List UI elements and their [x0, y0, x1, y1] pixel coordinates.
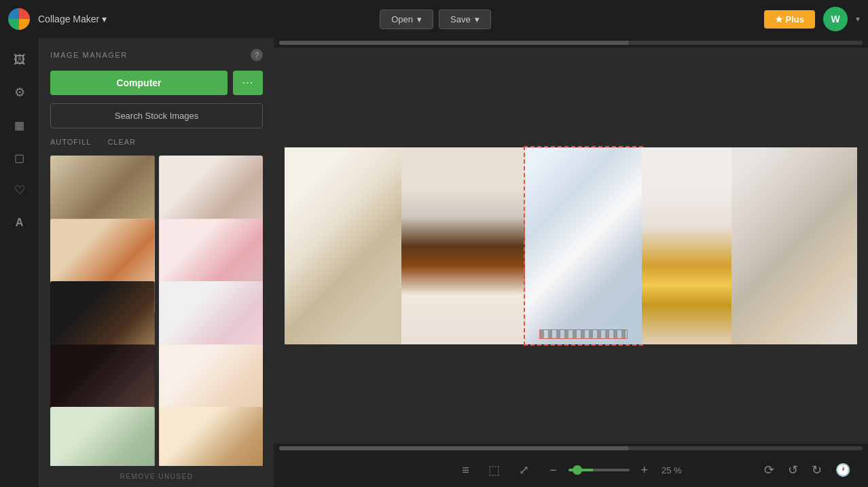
- undo-button[interactable]: ↺: [784, 458, 802, 482]
- app-title-label: Collage Maker: [38, 14, 99, 24]
- autofill-row: AUTOFILL CLEAR: [50, 138, 263, 146]
- more-dots-icon: ···: [242, 77, 253, 89]
- sidebar: IMAGE MANAGER ? Computer ··· Search Stoc…: [39, 38, 274, 487]
- help-icon-label: ?: [255, 51, 259, 59]
- layers-icon: ≡: [462, 463, 469, 477]
- history-button[interactable]: 🕐: [831, 458, 854, 482]
- scrollbar-track-top: [279, 41, 863, 45]
- zoom-label: 25 %: [659, 465, 684, 475]
- image-icon: 🖼: [14, 53, 26, 67]
- toolbar-right: ⟳ ↺ ↻ 🕐: [760, 458, 854, 482]
- heart-tool-button[interactable]: ♡: [6, 177, 33, 204]
- scrollbar-thumb-top[interactable]: [279, 41, 629, 45]
- save-button[interactable]: Save ▾: [439, 10, 491, 29]
- collage-cell-3[interactable]: [525, 147, 642, 344]
- open-chevron-icon: ▾: [417, 14, 422, 24]
- horizontal-scrollbar-top[interactable]: [274, 38, 868, 48]
- app-title-btn[interactable]: Collage Maker ▾: [38, 14, 107, 24]
- sidebar-header: IMAGE MANAGER ?: [50, 49, 263, 61]
- user-avatar-button[interactable]: W: [823, 7, 848, 31]
- open-label: Open: [391, 14, 413, 24]
- frame-icon: ⬚: [488, 463, 500, 477]
- redo-icon: ↻: [812, 463, 822, 477]
- adjustments-icon: ⚙: [14, 85, 25, 100]
- left-icon-bar: 🖼 ⚙ ▦ ▢ ♡ A: [0, 38, 39, 487]
- search-stock-label: Search Stock Images: [115, 111, 199, 121]
- open-button[interactable]: Open ▾: [380, 10, 433, 29]
- save-label: Save: [450, 14, 471, 24]
- star-icon: ★: [775, 14, 783, 24]
- app-title-chevron: ▾: [102, 14, 107, 24]
- undo-icon: ↺: [788, 463, 798, 477]
- sidebar-title: IMAGE MANAGER: [50, 51, 128, 59]
- history-icon: 🕐: [835, 463, 850, 477]
- more-sources-button[interactable]: ···: [233, 71, 263, 95]
- frame-button[interactable]: ⬚: [484, 458, 504, 482]
- collage-cell-5[interactable]: [731, 147, 857, 344]
- computer-btn-label: Computer: [116, 77, 161, 88]
- fullscreen-button[interactable]: ⤢: [515, 458, 533, 482]
- collage-cell-1[interactable]: [285, 147, 401, 344]
- canvas-wrapper: [274, 48, 868, 444]
- autofill-link[interactable]: AUTOFILL: [50, 138, 91, 146]
- zoom-in-button[interactable]: +: [635, 461, 654, 480]
- fullscreen-icon: ⤢: [519, 463, 529, 477]
- heart-icon: ♡: [14, 183, 25, 198]
- zoom-slider[interactable]: [568, 469, 630, 471]
- scrollbar-thumb-bottom[interactable]: [279, 446, 629, 450]
- search-stock-button[interactable]: Search Stock Images: [50, 103, 263, 128]
- layout-icon: ▦: [14, 119, 24, 132]
- thumbnail-9[interactable]: [50, 407, 155, 466]
- plus-button[interactable]: ★ Plus: [764, 10, 815, 29]
- clear-link[interactable]: CLEAR: [107, 138, 136, 146]
- zoom-control: − + 25 %: [544, 461, 684, 480]
- collage-cell-4[interactable]: [642, 147, 731, 344]
- bottom-toolbar: ≡ ⬚ ⤢ − + 25 % ⟳: [274, 453, 868, 487]
- avatar-label: W: [831, 14, 839, 24]
- collage-cell-2[interactable]: [401, 147, 525, 344]
- header: Collage Maker ▾ Open ▾ Save ▾ ★ Plus W ▾: [0, 0, 868, 38]
- upload-row: Computer ···: [50, 71, 263, 95]
- zoom-out-button[interactable]: −: [544, 461, 563, 480]
- text-tool-button[interactable]: A: [6, 209, 33, 236]
- zoom-out-icon: −: [549, 463, 557, 477]
- adjustments-tool-button[interactable]: ⚙: [6, 79, 33, 106]
- layers-button[interactable]: ≡: [458, 459, 473, 482]
- layout-tool-button[interactable]: ▦: [6, 111, 33, 139]
- canvas-area: ≡ ⬚ ⤢ − + 25 % ⟳: [274, 38, 868, 487]
- avatar-chevron-icon: ▾: [856, 14, 860, 24]
- image-grid: [50, 156, 263, 466]
- images-tool-button[interactable]: 🖼: [6, 46, 33, 73]
- plus-label: Plus: [786, 14, 804, 24]
- main-area: 🖼 ⚙ ▦ ▢ ♡ A IMAGE MANAGER ? Computer: [0, 38, 868, 487]
- computer-upload-button[interactable]: Computer: [50, 71, 228, 95]
- remove-unused-button[interactable]: REMOVE UNUSED: [50, 466, 263, 487]
- text-icon: A: [16, 217, 24, 229]
- frames-icon: ▢: [14, 151, 24, 164]
- app-logo[interactable]: [8, 8, 30, 30]
- save-chevron-icon: ▾: [475, 14, 480, 24]
- repeat-icon: ⟳: [764, 463, 774, 477]
- thumbnail-10[interactable]: [159, 407, 264, 466]
- frames-tool-button[interactable]: ▢: [6, 144, 33, 171]
- help-icon-button[interactable]: ?: [251, 49, 263, 61]
- repeat-button[interactable]: ⟳: [760, 458, 778, 482]
- collage-canvas[interactable]: [285, 147, 857, 344]
- scrollbar-track-bottom: [279, 446, 863, 450]
- zoom-in-icon: +: [640, 463, 648, 477]
- header-center: Open ▾ Save ▾: [115, 10, 755, 29]
- horizontal-scrollbar-bottom[interactable]: [274, 444, 868, 453]
- redo-button[interactable]: ↻: [808, 458, 826, 482]
